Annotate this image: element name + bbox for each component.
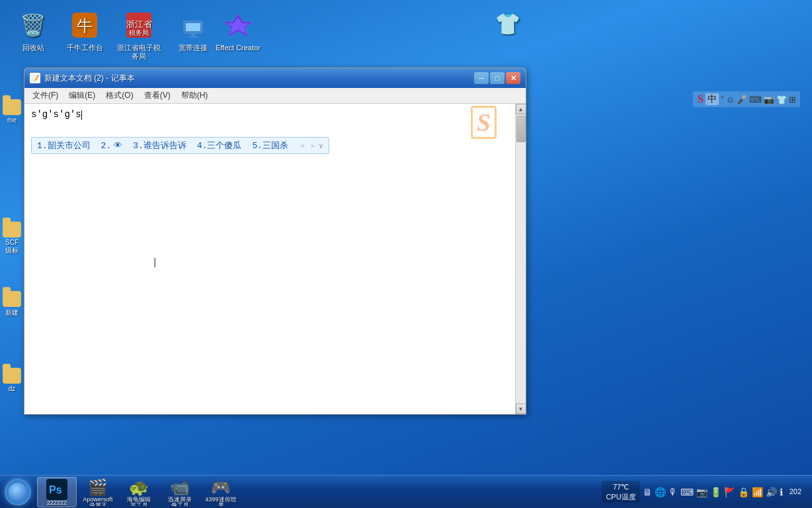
desktop-side-me[interactable]: me: [0, 99, 24, 124]
scrollbar-down-btn[interactable]: ▼: [516, 403, 526, 414]
menu-file[interactable]: 文件(F): [27, 89, 63, 103]
autocomplete-prev[interactable]: ＜: [299, 141, 306, 151]
taskbar-app-psd[interactable]: Ps 222222: [37, 477, 77, 507]
autocomplete-item-1[interactable]: 1.韶关市公司: [37, 140, 91, 151]
minimize-button[interactable]: ─: [474, 72, 489, 84]
desktop-icon-qianniu[interactable]: 牛 千牛工作台: [58, 7, 111, 55]
menu-edit[interactable]: 编辑(E): [63, 89, 101, 103]
scrollbar-track[interactable]: [516, 114, 526, 403]
maximize-button[interactable]: □: [490, 72, 505, 84]
taskbar-apps: Ps 222222 🎬 Apowersoft录屏王 🐢 海龟编辑器工具 📹 迅速…: [34, 477, 596, 507]
scrollbar-thumb[interactable]: [516, 116, 526, 142]
notepad-editor-area: s'g's'g's 1.韶关市公司 2.👁 3.谁告诉告诉 4.三个傻瓜 5.三…: [24, 104, 526, 414]
tray-time: 202: [790, 487, 801, 496]
notepad-titlebar: 📝 新建文本文档 (2) - 记事本 ─ □ ✕: [24, 68, 526, 88]
taskbar-app-game[interactable]: 🎮 4399迷你世界: [201, 477, 241, 507]
text-cursor: [81, 110, 82, 120]
tray-temp-value: 77℃ CPU温度: [606, 482, 635, 501]
notepad-window-icon: 📝: [30, 73, 40, 83]
tray-icon-keyboard2[interactable]: ⌨: [680, 487, 694, 497]
sogou-watermark: S: [471, 108, 497, 137]
desktop-side-scf-label: SCF级标: [5, 239, 19, 255]
folder-icon-scf: [3, 222, 21, 237]
broadband-icon: [177, 9, 209, 41]
taskbar-app-turtle-label: 海龟编辑器工具: [127, 497, 151, 506]
autocomplete-popup[interactable]: 1.韶关市公司 2.👁 3.谁告诉告诉 4.三个傻瓜 5.三国杀 ＜ ＞ ∨: [31, 137, 329, 154]
menu-help[interactable]: 帮助(H): [176, 89, 214, 103]
turtle-icon: 🐢: [128, 478, 149, 497]
tray-icon-mic2[interactable]: 🎙: [669, 487, 678, 497]
start-button[interactable]: [1, 477, 34, 507]
autocomplete-item-5[interactable]: 5.三国杀: [252, 140, 288, 151]
svg-rect-7: [191, 34, 195, 36]
tray-clock[interactable]: 202: [786, 487, 805, 496]
desktop-icon-label-broadband: 宽带连接: [179, 44, 208, 52]
svg-text:浙江省: 浙江省: [126, 19, 152, 29]
apowersoft-icon: 🎬: [87, 478, 108, 497]
desktop-icon-zhejiang[interactable]: 浙江省 税务局 浙江省电子税务局: [111, 7, 167, 64]
ime-punct[interactable]: °: [721, 95, 724, 104]
qianniu-icon: 牛: [69, 9, 101, 41]
game-icon: 🎮: [210, 478, 231, 497]
desktop-side-me-label: me: [7, 116, 17, 124]
taskbar: Ps 222222 🎬 Apowersoft录屏王 🐢 海龟编辑器工具 📹 迅速…: [0, 475, 812, 508]
scrollbar-up-btn[interactable]: ▲: [516, 104, 526, 114]
ime-keyboard[interactable]: ⌨: [749, 95, 762, 105]
system-tray: 77℃ CPU温度 🖥 🌐 🎙 ⌨ 📷 🔋 🚩 🔒 📶 🔊 ℹ 202: [596, 476, 811, 508]
autocomplete-item-3[interactable]: 3.谁告诉告诉: [133, 140, 186, 151]
ime-mic[interactable]: 🎤: [737, 95, 747, 105]
menu-view[interactable]: 查看(V): [139, 89, 176, 103]
desktop-icon-label-recycle: 回收站: [22, 44, 44, 52]
notepad-content[interactable]: s'g's'g's 1.韶关市公司 2.👁 3.谁告诉告诉 4.三个傻瓜 5.三…: [24, 104, 515, 414]
tray-icon-battery[interactable]: 🔋: [710, 487, 721, 497]
tray-icon-info[interactable]: ℹ: [780, 487, 783, 497]
ime-emoji[interactable]: ☺: [726, 95, 735, 105]
desktop: 🗑️ 回收站 牛 千牛工作台 浙江省 税务局 浙江省电子税务局: [0, 0, 812, 475]
desktop-icon-effect[interactable]: Effect Creator: [212, 7, 264, 55]
desktop-side-dz-label: dz: [9, 385, 16, 392]
tray-icon-flag[interactable]: 🚩: [724, 487, 735, 497]
tray-icon-signal[interactable]: 📶: [752, 487, 763, 497]
notepad-text-line1: s'g's'g's: [31, 109, 508, 120]
menu-format[interactable]: 格式(O): [101, 89, 138, 103]
taskbar-app-apowersoft[interactable]: 🎬 Apowersoft录屏王: [78, 477, 118, 507]
ime-lang[interactable]: 中: [706, 93, 719, 105]
autocomplete-eye-icon: 👁: [114, 141, 122, 151]
ime-logo[interactable]: S: [697, 93, 703, 106]
tray-icon-monitor[interactable]: 🖥: [643, 487, 652, 497]
tray-icon-volume[interactable]: 🔊: [766, 487, 777, 497]
svg-text:牛: 牛: [77, 17, 93, 34]
autocomplete-expand[interactable]: ∨: [319, 142, 323, 150]
taskbar-app-screen[interactable]: 📹 迅速屏录像工具: [160, 477, 200, 507]
ime-grid[interactable]: ⊞: [789, 95, 796, 105]
ime-photo[interactable]: 📷: [764, 95, 774, 105]
desktop-side-dz[interactable]: dz: [0, 368, 24, 392]
desktop-icon-recycle[interactable]: 🗑️ 回收站: [7, 7, 60, 55]
screen-icon: 📹: [169, 478, 190, 497]
svg-rect-8: [188, 36, 198, 38]
close-button[interactable]: ✕: [506, 72, 520, 84]
svg-rect-6: [186, 23, 200, 31]
tray-temp: 77℃ CPU温度: [602, 481, 639, 503]
scrollbar-vertical[interactable]: ▲ ▼: [515, 104, 526, 414]
folder-icon-me: [3, 99, 21, 115]
taskbar-app-game-label: 4399迷你世界: [205, 497, 236, 506]
taskbar-app-screen-label: 迅速屏录像工具: [168, 497, 192, 506]
autocomplete-next[interactable]: ＞: [309, 141, 316, 151]
tray-icon-cam[interactable]: 📷: [696, 487, 708, 497]
desktop-icon-label-qianniu: 千牛工作台: [67, 44, 103, 52]
taskbar-app-apowersoft-label: Apowersoft录屏王: [83, 497, 112, 506]
taskbar-app-turtle[interactable]: 🐢 海龟编辑器工具: [119, 477, 159, 507]
desktop-side-scf[interactable]: SCF级标: [0, 222, 24, 255]
folder-icon-new: [3, 291, 21, 307]
autocomplete-item-2[interactable]: 2.: [101, 141, 112, 151]
recycle-icon: 🗑️: [17, 9, 49, 41]
tray-icon-lock[interactable]: 🔒: [738, 487, 749, 497]
ime-toolbar: S 中 ° ☺ 🎤 ⌨ 📷 👕 ⊞: [693, 91, 800, 107]
tray-icon-network[interactable]: 🌐: [655, 487, 666, 497]
desktop-icon-shirt[interactable]: 👕: [481, 5, 534, 45]
ime-shop[interactable]: 👕: [776, 95, 787, 105]
desktop-side-new[interactable]: 新建: [0, 291, 24, 318]
zhejiang-icon: 浙江省 税务局: [123, 9, 155, 41]
autocomplete-item-4[interactable]: 4.三个傻瓜: [197, 140, 242, 151]
